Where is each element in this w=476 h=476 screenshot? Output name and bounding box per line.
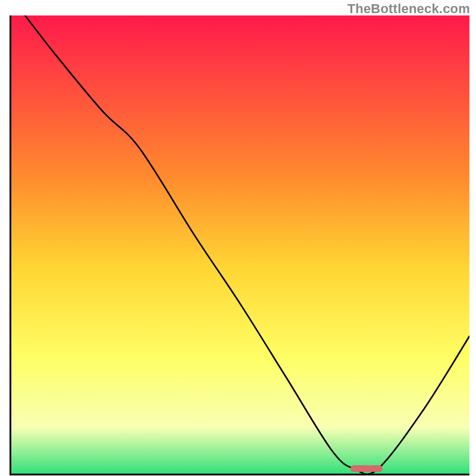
plot-area	[10, 15, 469, 475]
optimal-range-marker	[350, 465, 383, 472]
bottleneck-chart	[11, 15, 469, 474]
watermark-text: TheBottleneck.com	[347, 1, 470, 17]
